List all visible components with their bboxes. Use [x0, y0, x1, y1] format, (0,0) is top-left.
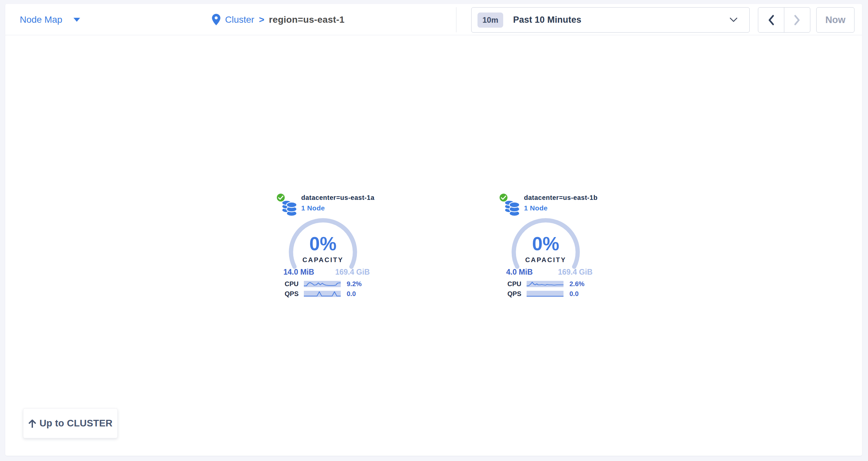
- cpu-label: CPU: [283, 280, 299, 288]
- qps-sparkline: [304, 291, 341, 297]
- capacity-gauge: 0% CAPACITY: [509, 216, 582, 289]
- breadcrumb-current: region=us-east-1: [269, 14, 345, 25]
- cpu-stat-row: CPU 9.2%: [283, 281, 362, 287]
- capacity-used: 4.0 MiB: [506, 268, 533, 276]
- cpu-label: CPU: [506, 280, 521, 288]
- up-to-cluster-label: Up to CLUSTER: [39, 418, 113, 429]
- cpu-stat-row: CPU 2.6%: [506, 281, 585, 287]
- capacity-used: 14.0 MiB: [283, 268, 314, 276]
- capacity-label: CAPACITY: [509, 256, 582, 264]
- capacity-percent: 0%: [509, 233, 582, 255]
- view-selector-dropdown[interactable]: Node Map: [20, 4, 80, 35]
- now-button[interactable]: Now: [816, 7, 855, 33]
- healthy-check-icon: [276, 193, 285, 202]
- breadcrumb-cluster-link[interactable]: Cluster: [225, 14, 254, 25]
- locality-name[interactable]: datacenter=us-east-1a: [301, 194, 374, 201]
- qps-label: QPS: [283, 290, 299, 298]
- locality-node-count: 1 Node: [524, 204, 597, 212]
- qps-stat-row: QPS 0.0: [506, 290, 579, 297]
- cpu-sparkline: [304, 281, 341, 287]
- capacity-values: 14.0 MiB 169.4 GiB: [283, 268, 370, 276]
- time-back-button[interactable]: [758, 7, 784, 32]
- topbar-divider: [456, 7, 457, 32]
- up-to-cluster-button[interactable]: Up to CLUSTER: [23, 408, 118, 438]
- breadcrumb: Cluster > region=us-east-1: [212, 4, 345, 35]
- database-stack-icon: [504, 199, 520, 218]
- now-button-label: Now: [825, 14, 845, 25]
- qps-label: QPS: [506, 290, 521, 298]
- database-stack-icon: [281, 199, 297, 218]
- qps-value: 0.0: [347, 290, 356, 298]
- qps-stat-row: QPS 0.0: [283, 290, 356, 297]
- time-nav-group: [758, 7, 810, 33]
- capacity-total: 169.4 GiB: [335, 268, 370, 276]
- capacity-percent: 0%: [287, 233, 359, 255]
- qps-value: 0.0: [569, 290, 579, 298]
- cpu-value: 2.6%: [569, 280, 585, 288]
- locality-name[interactable]: datacenter=us-east-1b: [524, 194, 597, 201]
- caret-down-icon: [73, 18, 80, 22]
- topbar: Node Map Cluster > region=us-east-1 10m …: [5, 4, 862, 35]
- chevron-right-icon: [793, 14, 801, 26]
- locality-node-count: 1 Node: [301, 204, 374, 212]
- capacity-gauge: 0% CAPACITY: [287, 216, 359, 289]
- locality-card-us-east-1a: datacenter=us-east-1a 1 Node 0% CAPACITY…: [274, 193, 372, 305]
- locality-card-us-east-1b: datacenter=us-east-1b 1 Node 0% CAPACITY…: [496, 193, 595, 305]
- node-map-panel: Node Map Cluster > region=us-east-1 10m …: [5, 4, 862, 456]
- map-pin-icon: [212, 14, 220, 25]
- breadcrumb-separator: >: [259, 14, 264, 25]
- time-range-badge: 10m: [477, 12, 503, 28]
- locality-titles: datacenter=us-east-1b 1 Node: [524, 194, 597, 212]
- time-range-label: Past 10 Minutes: [513, 15, 581, 25]
- locality-titles: datacenter=us-east-1a 1 Node: [301, 194, 374, 212]
- healthy-check-icon: [499, 193, 508, 202]
- capacity-label: CAPACITY: [287, 256, 359, 264]
- chevron-down-icon: [730, 18, 738, 23]
- view-selector-label: Node Map: [20, 14, 62, 25]
- qps-sparkline: [527, 291, 563, 297]
- capacity-total: 169.4 GiB: [558, 268, 592, 276]
- arrow-up-icon: [28, 419, 36, 428]
- time-range-dropdown[interactable]: 10m Past 10 Minutes: [471, 7, 750, 33]
- capacity-values: 4.0 MiB 169.4 GiB: [506, 268, 592, 276]
- time-forward-button[interactable]: [784, 7, 810, 32]
- cpu-sparkline: [527, 281, 563, 287]
- cpu-value: 9.2%: [347, 280, 362, 288]
- chevron-left-icon: [767, 14, 775, 26]
